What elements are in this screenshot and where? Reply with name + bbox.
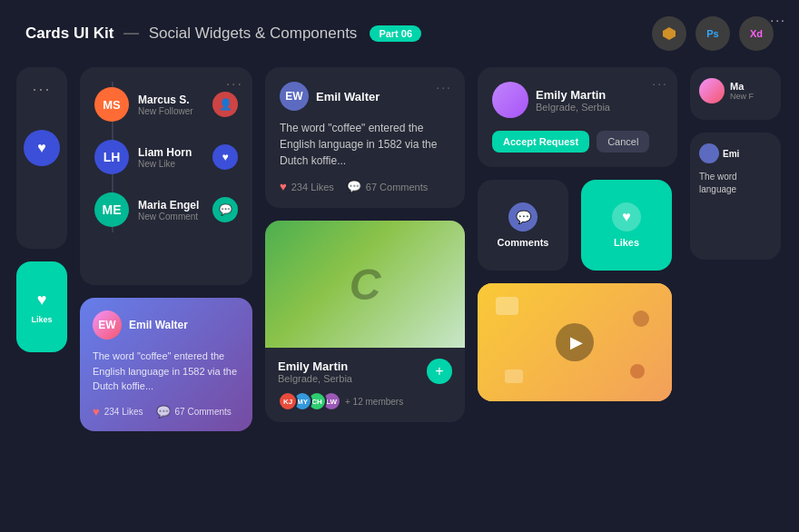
notifications-card: ··· MS Marcus S. New Follower 👤 LH: [80, 67, 252, 285]
like-icon-card[interactable]: ♥: [24, 130, 60, 166]
image-card-body: Emily Martin Belgrade, Serbia + KJ MY CH…: [265, 348, 465, 422]
friend-location: Belgrade, Serbia: [536, 102, 610, 113]
page-title: Cards UI Kit — Social Widgets & Componen…: [25, 25, 357, 43]
image-card-user-row: Emily Martin Belgrade, Serbia +: [278, 359, 452, 384]
post-avatar: EW: [280, 82, 309, 111]
friend-user-row: Emily Martin Belgrade, Serbia: [492, 82, 663, 118]
likes-label-left: Likes: [31, 315, 52, 324]
partial-name: Ma: [730, 81, 754, 92]
notif-icon-comment: 💬: [212, 197, 238, 222]
notif-avatar-liam: LH: [94, 140, 129, 174]
partial-right-top: Ma New F: [690, 67, 781, 120]
likes-action-label: Likes: [614, 237, 639, 248]
purple-post-card: EW Emil Walter ··· The word "coffee" ent…: [80, 298, 252, 431]
notif-item-liam: LH Liam Horn New Like ♥: [94, 140, 238, 174]
tool-icons: Ps Xd: [652, 16, 774, 51]
notif-avatar-maria: ME: [94, 192, 129, 227]
purple-likes-stat: ♥ 234 Likes: [93, 405, 143, 419]
video-card[interactable]: ▶: [478, 283, 672, 401]
notif-icon-like: ♥: [212, 144, 238, 170]
notif-sub-maria: New Comment: [138, 212, 203, 222]
comments-action-label: Comments: [498, 237, 549, 248]
col-notifications: ··· MS Marcus S. New Follower 👤 LH: [80, 67, 252, 532]
likes-action-card[interactable]: ♥ Likes: [581, 180, 672, 271]
post-dots[interactable]: ···: [436, 80, 452, 94]
comments-action-card[interactable]: 💬 Comments: [478, 180, 568, 271]
friend-request-card: ··· Emily Martin Belgrade, Serbia Accept…: [478, 67, 677, 167]
comments-icon: 💬: [508, 202, 538, 232]
post-stats: ♥ 234 Likes 💬 67 Comments: [280, 180, 450, 193]
timeline: MS Marcus S. New Follower 👤 LH Liam Horn…: [94, 82, 238, 232]
sketch-icon[interactable]: [652, 16, 686, 51]
friend-dots[interactable]: ···: [652, 76, 668, 91]
friend-actions: Accept Request Cancel: [492, 131, 663, 153]
xd-icon[interactable]: Xd: [739, 16, 774, 51]
friend-avatar: [492, 82, 528, 118]
notif-sub-liam: New Like: [138, 159, 203, 169]
image-card-img: C: [265, 221, 465, 348]
member-count: + 12 members: [345, 397, 403, 407]
partial-post-content: The word language: [699, 171, 772, 196]
post-user-row: EW Emil Walter ···: [280, 82, 450, 111]
cancel-button[interactable]: Cancel: [597, 131, 649, 153]
likes-icon-wrap: ♥: [612, 202, 641, 232]
purple-post-avatar: EW: [93, 310, 122, 340]
partial-post-avatar: [699, 143, 719, 163]
partial-avatar: [699, 78, 725, 103]
purple-post-author: Emil Walter: [129, 319, 188, 331]
friend-name: Emily Martin: [536, 88, 610, 102]
notif-icon-follower: 👤: [212, 92, 238, 117]
likes-action-card-left[interactable]: ♥ Likes: [16, 261, 67, 352]
image-group-card: C Emily Martin Belgrade, Serbia + KJ MY …: [265, 221, 465, 422]
notif-item-marcus: MS Marcus S. New Follower 👤: [94, 87, 238, 122]
post-content: The word "coffee" entered the English la…: [280, 120, 450, 169]
notif-name-marcus: Marcus S.: [138, 94, 203, 106]
purple-post-content: The word "coffee" entered the English la…: [93, 349, 240, 394]
post-comments: 💬 67 Comments: [347, 180, 428, 193]
col-friend: ··· Emily Martin Belgrade, Serbia Accept…: [478, 67, 677, 532]
col-post: EW Emil Walter ··· The word "coffee" ent…: [265, 67, 465, 532]
ps-icon[interactable]: Ps: [695, 16, 730, 51]
post-likes: ♥ 234 Likes: [280, 180, 334, 193]
notif-avatar-marcus: MS: [94, 87, 129, 122]
partial-post-author: Emi: [723, 149, 739, 159]
cards-area: ··· ♥ ♥ Likes ··· MS Marcus S. New Follo…: [0, 67, 799, 532]
part-badge: Part 06: [370, 25, 421, 42]
col-partial-right: Ma New F Emi The word language: [690, 67, 783, 532]
add-member-button[interactable]: +: [427, 359, 452, 384]
purple-post-stats: ♥ 234 Likes 💬 67 Comments: [93, 405, 240, 419]
svg-marker-0: [663, 27, 676, 40]
accept-request-button[interactable]: Accept Request: [492, 131, 589, 153]
purple-post-user: EW Emil Walter ···: [93, 310, 240, 340]
post-card: EW Emil Walter ··· The word "coffee" ent…: [265, 67, 465, 208]
notif-name-maria: Maria Engel: [138, 199, 203, 212]
image-card-sub: Belgrade, Serbia: [278, 373, 419, 384]
image-letter: C: [350, 260, 381, 310]
partial-right-post: Emi The word language: [690, 133, 781, 260]
post-author: Emil Walter: [316, 90, 380, 103]
image-card-name: Emily Martin: [278, 360, 419, 373]
member-av-1: KJ: [278, 391, 298, 411]
partial-left-top: ··· ♥: [16, 67, 67, 249]
member-row: KJ MY CH LW + 12 members: [278, 391, 452, 411]
play-button[interactable]: ▶: [556, 323, 594, 361]
partial-dots[interactable]: ···: [32, 80, 51, 99]
notif-name-liam: Liam Horn: [138, 146, 203, 159]
purple-comments-stat: 💬 67 Comments: [156, 405, 232, 419]
col-partial-left: ··· ♥ ♥ Likes: [16, 67, 67, 532]
partial-sub: New F: [730, 92, 754, 101]
notif-sub-marcus: New Follower: [138, 106, 203, 116]
page-header: Cards UI Kit — Social Widgets & Componen…: [0, 0, 799, 67]
notif-item-maria: ME Maria Engel New Comment 💬: [94, 192, 238, 227]
action-cards-row: 💬 Comments ♥ Likes: [478, 180, 677, 271]
